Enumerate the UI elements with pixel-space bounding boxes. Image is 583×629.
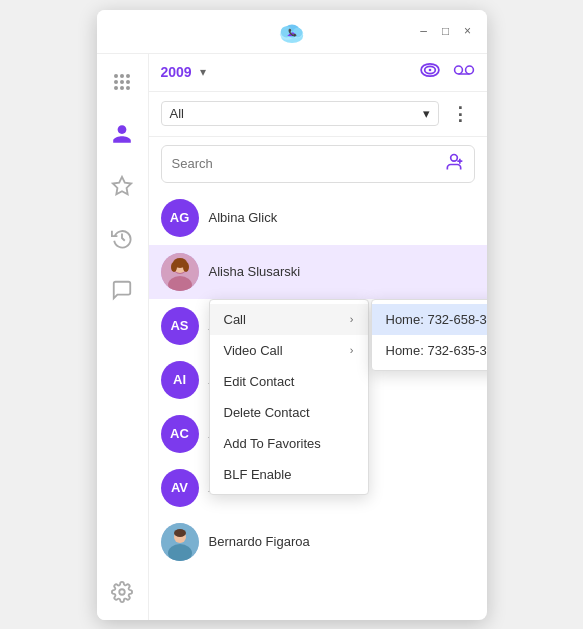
menu-item-add-favorites[interactable]: Add To Favorites (210, 428, 368, 459)
search-bar[interactable] (161, 145, 475, 183)
svg-marker-8 (113, 176, 131, 193)
search-input[interactable] (172, 156, 438, 171)
svg-point-24 (171, 262, 177, 272)
history-icon (111, 227, 133, 249)
extension-number[interactable]: 2009 (161, 64, 192, 80)
context-menu: Call › Video Call › Edit Contact Delete … (209, 299, 369, 495)
submenu-arrow-icon: › (350, 313, 354, 325)
svg-point-13 (454, 66, 462, 74)
contact-name: Alisha Slusarski (209, 264, 301, 279)
menu-item-blf-enable[interactable]: BLF Enable (210, 459, 368, 490)
more-options-button[interactable]: ⋮ (447, 100, 475, 128)
avatar: AS (161, 307, 199, 345)
app-window: ☁ 📞 – □ × (97, 10, 487, 620)
svg-point-9 (119, 589, 125, 595)
contact-name: Bernardo Figaroa (209, 534, 310, 549)
menu-item-label: Add To Favorites (224, 436, 321, 451)
title-bar: ☁ 📞 – □ × (97, 10, 487, 54)
filter-selected-value: All (170, 106, 184, 121)
menu-item-label: BLF Enable (224, 467, 292, 482)
menu-item-label: Call (224, 312, 246, 327)
filter-bar: All ▾ ⋮ (149, 92, 487, 137)
top-bar: 2009 ▾ (149, 54, 487, 92)
avatar: AG (161, 199, 199, 237)
avatar (161, 253, 199, 291)
signal-icon[interactable] (419, 62, 441, 82)
filter-chevron-icon: ▾ (423, 106, 430, 121)
sidebar-item-settings[interactable] (106, 576, 138, 608)
chat-icon (111, 279, 133, 301)
content-area: 2009 ▾ (149, 54, 487, 620)
sidebar-item-chat[interactable] (106, 274, 138, 306)
submenu-item-home2[interactable]: Home: 732-635-3453 (372, 335, 487, 366)
contact-item[interactable]: AG Albina Glick (149, 191, 487, 245)
call-submenu: Home: 732-658-3154 Home: 732-635-3453 (371, 299, 487, 371)
add-contact-icon[interactable] (444, 152, 464, 176)
menu-item-video-call[interactable]: Video Call › (210, 335, 368, 366)
top-bar-icons (419, 62, 475, 83)
contact-name: Albina Glick (209, 210, 278, 225)
sidebar-item-history[interactable] (106, 222, 138, 254)
star-icon (111, 175, 133, 197)
menu-item-delete-contact[interactable]: Delete Contact (210, 397, 368, 428)
avatar (161, 523, 199, 561)
sidebar-item-apps[interactable] (106, 66, 138, 98)
avatar: AC (161, 415, 199, 453)
submenu-item-home1[interactable]: Home: 732-658-3154 (372, 304, 487, 335)
svg-text:📞: 📞 (288, 28, 297, 37)
contact-list: AG Albina Glick (149, 191, 487, 620)
menu-item-edit-contact[interactable]: Edit Contact (210, 366, 368, 397)
svg-point-25 (183, 262, 189, 272)
avatar: AI (161, 361, 199, 399)
svg-point-14 (465, 66, 473, 74)
avatar: AV (161, 469, 199, 507)
main-layout: 2009 ▾ (97, 54, 487, 620)
sidebar-item-favorites[interactable] (106, 170, 138, 202)
app-logo: ☁ 📞 (276, 15, 308, 47)
menu-item-call[interactable]: Call › (210, 304, 368, 335)
sidebar-item-contacts[interactable] (106, 118, 138, 150)
minimize-button[interactable]: – (417, 24, 431, 38)
svg-point-29 (174, 529, 186, 537)
extension-chevron[interactable]: ▾ (200, 65, 206, 79)
filter-select[interactable]: All ▾ (161, 101, 439, 126)
svg-point-16 (450, 154, 457, 161)
maximize-button[interactable]: □ (439, 24, 453, 38)
contact-item[interactable]: Alisha Slusarski (149, 245, 487, 299)
sidebar-nav (97, 54, 149, 620)
contact-item[interactable]: Bernardo Figaroa (149, 515, 487, 569)
window-controls: – □ × (417, 24, 475, 38)
settings-icon (111, 581, 133, 603)
voicemail-icon[interactable] (453, 62, 475, 83)
close-button[interactable]: × (461, 24, 475, 38)
menu-item-label: Delete Contact (224, 405, 310, 420)
person-icon (111, 123, 133, 145)
menu-item-label: Video Call (224, 343, 283, 358)
menu-item-label: Edit Contact (224, 374, 295, 389)
submenu-arrow-icon: › (350, 344, 354, 356)
